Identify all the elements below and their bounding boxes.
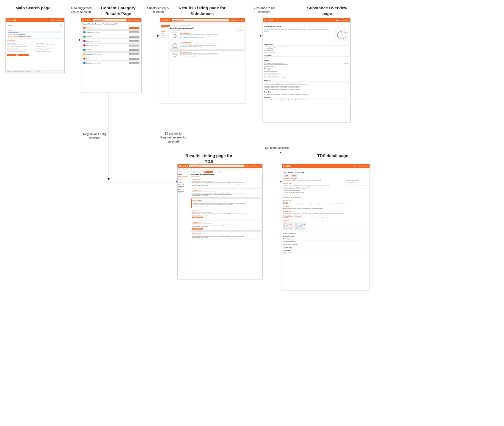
mechanical-arrow: ⌄ <box>367 236 368 237</box>
screen1-btn1[interactable]: Search Results <box>7 54 16 56</box>
screen5-tab-substances[interactable]: Substances (A) <box>178 171 187 173</box>
tds-filter-3[interactable]: tds item (3) <box>178 182 189 183</box>
screen1-header: CheMSel Sign in My Account <box>6 18 64 22</box>
cat-btn-documents[interactable]: Browse Results ▶ <box>129 40 139 42</box>
tds-filter-bio: Biological properties <box>178 184 189 187</box>
screen1-suggestions: tensile tensile strength tensile strengt… <box>7 28 63 39</box>
screen4-layout: Substance name The substance also known … <box>263 24 350 121</box>
tds-result-4[interactable]: Product name TradeName: XXXX Supplier: G… <box>191 209 261 219</box>
screen1-search-icon[interactable]: 🔍 <box>60 24 62 27</box>
related-doc-link[interactable]: • 1 related document <box>347 184 367 185</box>
label-tds-results: Results Listing page for TDS <box>181 153 236 164</box>
tds-result-1[interactable]: Product name TradeName: XXXX Supplier: G… <box>191 178 261 187</box>
tds-filter-phys-1[interactable]: item (1) <box>178 192 189 193</box>
cat-btn-products[interactable]: Browse Results ▶ <box>129 31 139 33</box>
cat-row-suppliers[interactable]: Suppliers tensile strength Browse Result… <box>82 35 140 39</box>
tds-filter-2[interactable]: tds item (2) <box>178 181 189 182</box>
cat-btn-news[interactable]: Browse Results ▶ <box>129 45 139 47</box>
rheological-props-section[interactable]: Rheological properties ⌄ <box>283 232 368 235</box>
screen3-search-icon[interactable]: 🔍 <box>182 19 184 21</box>
cat-btn-reactions[interactable]: Browse Results ▶ <box>129 49 139 51</box>
screen5-tab-tds[interactable]: TDS (selected) <box>204 171 213 173</box>
screen1-btn2[interactable]: Advanced Search <box>18 54 29 56</box>
cat-icon-substance <box>83 27 86 29</box>
substance-result-3[interactable]: NH Substance name Molecular Formula: CxH… <box>170 50 244 59</box>
tds-filter-active[interactable]: Product category Fits <box>178 176 189 179</box>
tds-description-6: TermDescription: Lorem ipsum data at ten… <box>192 236 260 239</box>
tds-result-5[interactable]: Product name TradeName: XXXX Supplier: G… <box>191 220 261 231</box>
filter-name[interactable]: Name <box>161 32 168 34</box>
cat-row-reactions[interactable]: Reactions tensile strength Browse Result… <box>82 48 140 52</box>
tds-description-3: TermDescription: Lorem ipsum data at ten… <box>192 203 260 207</box>
cat-btn-suppliers[interactable]: Browse Results ▶ <box>129 36 139 38</box>
cat-row-products[interactable]: Products tensile strength Browse Results… <box>82 30 140 34</box>
svg-line-22 <box>342 31 346 33</box>
screen5-tab-products[interactable]: Products (48) <box>188 171 195 173</box>
substance-result-2[interactable]: Substance name Molecular Formula: CxHyNz… <box>170 41 244 50</box>
filter-tab-products[interactable]: Products (x) <box>170 25 178 27</box>
screen5-nav: ■ Guest My Account ☰ <box>246 165 261 167</box>
suggestion-2[interactable]: tensile strength <box>8 31 62 33</box>
documents-title: Documents <box>264 54 349 57</box>
cat-btn-toxicology[interactable]: Browse Results ▶ <box>129 62 139 64</box>
tds-description-2: TermDescription: Lorem ipsum data at ten… <box>192 193 260 197</box>
tds-result-2[interactable]: Product name TradeName: XXXX Supplier: G… <box>191 188 261 198</box>
others[interactable]: Others <box>283 253 368 254</box>
screen3-breadcrumb[interactable]: ‹ Back to Results Summary <box>160 22 245 24</box>
cat-btn-regulations[interactable]: Browse Results ▶ <box>129 53 139 55</box>
tds-filter-1[interactable]: tds item (1) <box>178 179 189 180</box>
screen5-search-icon[interactable]: 🔍 <box>199 165 202 167</box>
suggestion-1[interactable]: tensile <box>8 29 62 31</box>
filter-reactions[interactable]: Reactions <box>161 36 168 38</box>
cat-row-tds[interactable]: TDS tensile strength Browse Results ▶ <box>82 57 140 61</box>
screen4-breadcrumb[interactable]: ‹ Back to Results Summary <box>263 22 350 24</box>
filter-taxonomy[interactable]: Taxonomy <box>161 34 168 36</box>
tds-description-5: TermDescription: Lorem ipsum data at ten… <box>192 225 260 227</box>
substance-result-1[interactable]: Substance name Molecular Formula: CxHyNz… <box>170 32 244 40</box>
cat-row-substance[interactable]: Substance tensile strength Browse Result… <box>82 26 140 30</box>
screen6-save-btn[interactable]: ★ Save <box>291 174 297 177</box>
screen4-reactions: Reactions Lorem ipsum Related Data (subs… <box>264 80 349 90</box>
natural-props-section[interactable]: Natural specific properties ⌄ <box>283 243 368 246</box>
tds-filter-bio-1[interactable]: item (1) <box>178 187 189 188</box>
filter-tab-tds[interactable]: TDS (xx) <box>186 25 192 27</box>
tds-result-3[interactable]: Product name TradeName: XXXX Supplier: G… <box>191 198 261 208</box>
cat-row-documents[interactable]: Documents tensile strength Browse Result… <box>82 39 140 43</box>
screen5-breadcrumb[interactable]: ‹ Back to Results Summary <box>178 168 262 170</box>
screen5-tab-documents[interactable]: Documents (56) <box>214 171 223 173</box>
cat-btn-substance[interactable]: Browse Results ▶ <box>129 27 139 29</box>
cat-btn-tds[interactable]: Browse Results ▶ <box>129 58 139 60</box>
screen6-share-btn[interactable]: ⇧ Share <box>283 174 290 177</box>
mechanical-props-section[interactable]: Mechanical properties ⌄ <box>283 235 368 238</box>
cat-row-regulations[interactable]: Regulations tensile strength Browse Resu… <box>82 52 140 56</box>
screen6-breadcrumb[interactable]: ‹ Back to Results <box>282 168 370 170</box>
doc-count-value: 179,650 <box>264 57 268 59</box>
add-more-properties-btn-2[interactable]: + Add More Properties <box>192 228 203 230</box>
rheological-props-section-2[interactable]: Rheological properties ⌄ <box>283 241 368 243</box>
screen2-search-icon[interactable]: 🔍 <box>103 19 106 21</box>
cat-row-news[interactable]: News tensile strength Browse Results ▶ <box>82 43 140 47</box>
suggestion-3[interactable]: tensile strength frozen spasm <box>8 33 62 36</box>
filter-tab-suppliers[interactable]: Suppliers (45) <box>178 25 186 27</box>
related-docs-title: Related Documents <box>347 180 367 182</box>
cat-count-tds: tensile strength <box>90 58 97 59</box>
characterisation-section[interactable]: Characterisation ⌄ <box>283 246 368 249</box>
screen4-top-section: The substance also known as [Substance n… <box>264 29 349 42</box>
screen1-searchbar[interactable]: tensile 🔍 <box>7 24 63 27</box>
chart-svg-1: 0 <box>283 222 294 230</box>
add-more-properties-btn-1[interactable]: + Add More Properties <box>192 217 203 218</box>
cat-row-toxicology[interactable]: Toxicology tensile strength Browse Resul… <box>82 61 140 65</box>
screen5-tab-suppliers[interactable]: Suppliers (56) <box>196 171 204 173</box>
arrow5-label: Direct link to Regulations results selec… <box>157 132 190 143</box>
suggestion-4[interactable]: tensile strength frozen spasm grainer <box>8 36 62 38</box>
svg-line-2 <box>175 37 177 38</box>
filter-substance-category[interactable]: Substance category <box>161 29 168 32</box>
rheological-arrow-2: ⌄ <box>367 241 368 242</box>
filter-tab-substances[interactable]: Substances (x) <box>161 25 170 27</box>
tds-result-6[interactable]: Product name TradeName: XXXX Supplier: G… <box>191 231 261 240</box>
thermal-props-section[interactable]: Thermal properties ⌄ <box>283 238 368 241</box>
tds-meta-5: TradeName: XXXX Supplier: Grade-Industry… <box>192 223 260 224</box>
screen6-logo: CheMSel <box>283 165 292 167</box>
filter-tab-documents[interactable]: Documents (x) <box>192 25 201 27</box>
screen1-right-panel: Search Details Add - Chemical Hazard Rou… <box>36 42 64 52</box>
